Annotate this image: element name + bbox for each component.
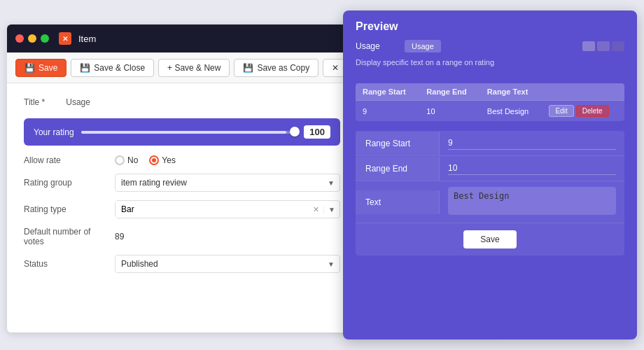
rating-group-select-wrapper: item rating review ▼ <box>115 174 340 192</box>
status-row: Status Published ▼ <box>24 255 340 273</box>
slider-thumb <box>290 127 300 136</box>
close-dot[interactable] <box>15 34 24 43</box>
detail-text-value: Best Design <box>440 181 624 223</box>
title-label: Title * <box>24 97 45 107</box>
row-text: Best Design <box>480 101 542 122</box>
rating-slider-track[interactable] <box>81 131 298 134</box>
detail-range-end-input[interactable] <box>448 162 616 175</box>
save-new-button[interactable]: + Save & New <box>158 59 230 77</box>
swatch-3 <box>612 41 624 51</box>
rating-type-input[interactable] <box>115 201 309 218</box>
detail-save-button[interactable]: Save <box>463 230 516 248</box>
swatch-2 <box>597 41 610 51</box>
rating-type-row: Rating type ✕ ▼ <box>24 200 340 218</box>
preview-table: Range Start Range End Range Text 9 10 Be… <box>356 83 624 121</box>
default-votes-label: Default number of votes <box>24 227 108 246</box>
detail-text-row: Text Best Design <box>356 181 624 223</box>
radio-no-label: No <box>127 155 138 165</box>
table-body: 9 10 Best Design Edit Delete <box>356 101 624 122</box>
row-actions: Edit Delete <box>542 101 624 122</box>
slider-fill <box>81 131 286 134</box>
radio-no-circle <box>115 155 125 165</box>
save-close-button[interactable]: 💾 Save & Close <box>71 59 154 77</box>
detail-range-end-row: Range End <box>356 156 624 181</box>
status-select-wrapper: Published ▼ <box>115 255 340 273</box>
rating-box: Your rating 100 <box>24 118 340 146</box>
rating-group-select[interactable]: item rating review <box>115 174 340 192</box>
detail-range-start-label: Range Start <box>356 132 440 155</box>
rating-value: 100 <box>304 125 330 139</box>
preview-header: Preview Usage Usage Display specific tex… <box>343 10 637 83</box>
save-new-label: + Save & New <box>167 63 220 73</box>
save-label: Save <box>38 63 57 73</box>
detail-text-label: Text <box>356 190 440 214</box>
allow-rate-row: Allow rate No Yes <box>24 155 340 165</box>
allow-rate-label: Allow rate <box>24 155 108 165</box>
status-label: Status <box>24 259 108 269</box>
allow-rate-radio-group: No Yes <box>115 155 176 165</box>
detail-range-end-value <box>440 156 624 181</box>
table-row: 9 10 Best Design Edit Delete <box>356 101 624 122</box>
save-copy-button[interactable]: 💾 Save as Copy <box>234 59 318 77</box>
maximize-dot[interactable] <box>41 34 49 43</box>
clear-icon[interactable]: ✕ <box>309 205 323 214</box>
minimize-dot[interactable] <box>28 34 36 43</box>
detail-range-start-input[interactable] <box>448 136 616 150</box>
detail-form: Range Start Range End Text Best Design S… <box>356 131 624 255</box>
save-close-label: Save & Close <box>94 63 145 73</box>
dropdown-arrow-icon[interactable]: ▼ <box>323 206 340 214</box>
form-left: Title * Usage Your rating 100 <box>24 97 340 281</box>
default-votes-row: Default number of votes 89 <box>24 227 340 246</box>
rating-group-row: Rating group item rating review ▼ <box>24 174 340 192</box>
radio-yes[interactable]: Yes <box>149 155 176 165</box>
row-start: 9 <box>356 101 419 122</box>
detail-range-start-row: Range Start <box>356 131 624 156</box>
save-copy-label: Save as Copy <box>257 63 309 73</box>
preview-panel: Preview Usage Usage Display specific tex… <box>343 10 637 340</box>
default-votes-value: 89 <box>115 232 340 241</box>
preview-panel-title: Preview <box>356 20 624 33</box>
preview-table-wrapper: Range Start Range End Range Text 9 10 Be… <box>356 83 624 121</box>
save-button[interactable]: 💾 Save <box>15 59 66 77</box>
preview-usage-row: Usage Usage <box>356 40 624 52</box>
preview-usage-label: Usage <box>356 41 398 51</box>
save-copy-icon: 💾 <box>243 63 253 73</box>
radio-no[interactable]: No <box>115 155 138 165</box>
swatch-1 <box>582 41 595 51</box>
radio-yes-label: Yes <box>162 155 176 165</box>
preview-desc: Display specific text on a range on rati… <box>356 58 624 66</box>
col-range-text: Range Text <box>480 83 542 101</box>
detail-range-start-value <box>440 131 624 155</box>
col-range-end: Range End <box>419 83 480 101</box>
rating-type-label: Rating type <box>24 204 108 214</box>
radio-yes-circle <box>149 155 159 165</box>
rating-group-label: Rating group <box>24 178 108 188</box>
save-close-icon: 💾 <box>80 63 90 73</box>
preview-swatch-row <box>582 41 624 51</box>
col-range-start: Range Start <box>356 83 419 101</box>
table-header-row: Range Start Range End Range Text <box>356 83 624 101</box>
table-head: Range Start Range End Range Text <box>356 83 624 101</box>
joomla-icon: ✕ <box>59 32 71 45</box>
detail-text-input[interactable]: Best Design <box>448 187 616 215</box>
rating-label: Your rating <box>34 127 74 137</box>
edit-button[interactable]: Edit <box>549 105 573 117</box>
rating-type-select: ✕ ▼ <box>115 200 340 218</box>
traffic-lights <box>15 34 49 43</box>
usage-label: Usage <box>66 97 90 107</box>
close-x-icon: ✕ <box>332 63 339 73</box>
detail-save-row: Save <box>356 223 624 255</box>
col-actions <box>542 83 624 101</box>
preview-usage-tab[interactable]: Usage <box>405 40 441 52</box>
radio-dot <box>152 158 156 162</box>
status-select[interactable]: Published <box>115 255 340 273</box>
detail-range-end-label: Range End <box>356 157 440 181</box>
row-end: 10 <box>419 101 480 122</box>
delete-button[interactable]: Delete <box>576 105 609 117</box>
save-icon: 💾 <box>24 63 35 73</box>
